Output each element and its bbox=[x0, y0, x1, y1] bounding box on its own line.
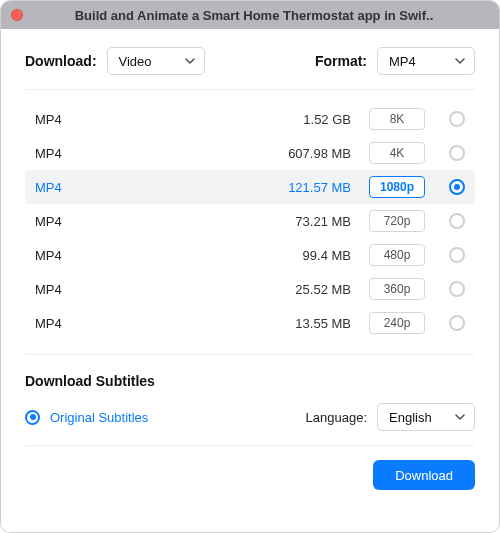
subtitles-radio[interactable] bbox=[25, 410, 40, 425]
quality-pill[interactable]: 1080p bbox=[369, 176, 425, 198]
quality-row[interactable]: MP473.21 MB720p bbox=[25, 204, 475, 238]
row-radio[interactable] bbox=[449, 179, 465, 195]
download-type-label: Download: bbox=[25, 53, 97, 69]
download-type-group: Download: Video bbox=[25, 47, 205, 75]
download-dialog: Build and Animate a Smart Home Thermosta… bbox=[0, 0, 500, 533]
row-radio[interactable] bbox=[449, 111, 465, 127]
subtitles-option-label: Original Subtitles bbox=[50, 410, 148, 425]
quality-pill[interactable]: 8K bbox=[369, 108, 425, 130]
row-quality-cell: 360p bbox=[361, 278, 433, 300]
quality-pill[interactable]: 480p bbox=[369, 244, 425, 266]
subtitles-row: Original Subtitles Language: English bbox=[25, 403, 475, 446]
format-group: Format: MP4 bbox=[315, 47, 475, 75]
row-radio-cell bbox=[443, 179, 471, 195]
row-format: MP4 bbox=[35, 282, 251, 297]
window-title: Build and Animate a Smart Home Thermosta… bbox=[31, 8, 489, 23]
row-radio[interactable] bbox=[449, 213, 465, 229]
row-format: MP4 bbox=[35, 248, 251, 263]
row-radio[interactable] bbox=[449, 281, 465, 297]
subtitles-option[interactable]: Original Subtitles bbox=[25, 410, 148, 425]
close-icon[interactable] bbox=[11, 9, 23, 21]
row-size: 121.57 MB bbox=[261, 180, 351, 195]
row-quality-cell: 480p bbox=[361, 244, 433, 266]
quality-list: MP41.52 GB8KMP4607.98 MB4KMP4121.57 MB10… bbox=[25, 102, 475, 340]
subtitles-heading: Download Subtitles bbox=[25, 373, 475, 389]
top-controls: Download: Video Format: MP4 bbox=[25, 47, 475, 90]
row-quality-cell: 4K bbox=[361, 142, 433, 164]
download-button[interactable]: Download bbox=[373, 460, 475, 490]
row-quality-cell: 240p bbox=[361, 312, 433, 334]
language-select[interactable]: English bbox=[377, 403, 475, 431]
quality-row[interactable]: MP41.52 GB8K bbox=[25, 102, 475, 136]
row-radio[interactable] bbox=[449, 247, 465, 263]
language-label: Language: bbox=[306, 410, 367, 425]
row-format: MP4 bbox=[35, 316, 251, 331]
row-size: 99.4 MB bbox=[261, 248, 351, 263]
row-format: MP4 bbox=[35, 180, 251, 195]
download-type-value: Video bbox=[119, 54, 152, 69]
chevron-down-icon bbox=[185, 58, 195, 64]
row-size: 73.21 MB bbox=[261, 214, 351, 229]
quality-row[interactable]: MP4121.57 MB1080p bbox=[25, 170, 475, 204]
quality-row[interactable]: MP413.55 MB240p bbox=[25, 306, 475, 340]
format-select[interactable]: MP4 bbox=[377, 47, 475, 75]
chevron-down-icon bbox=[455, 414, 465, 420]
quality-row[interactable]: MP499.4 MB480p bbox=[25, 238, 475, 272]
row-quality-cell: 8K bbox=[361, 108, 433, 130]
row-radio-cell bbox=[443, 111, 471, 127]
row-size: 25.52 MB bbox=[261, 282, 351, 297]
quality-row[interactable]: MP4607.98 MB4K bbox=[25, 136, 475, 170]
language-value: English bbox=[389, 410, 432, 425]
quality-pill[interactable]: 360p bbox=[369, 278, 425, 300]
row-format: MP4 bbox=[35, 214, 251, 229]
row-size: 1.52 GB bbox=[261, 112, 351, 127]
row-size: 13.55 MB bbox=[261, 316, 351, 331]
subtitles-language-group: Language: English bbox=[306, 403, 475, 431]
quality-pill[interactable]: 4K bbox=[369, 142, 425, 164]
dialog-content: Download: Video Format: MP4 MP41.52 bbox=[1, 29, 499, 532]
quality-pill[interactable]: 720p bbox=[369, 210, 425, 232]
row-format: MP4 bbox=[35, 146, 251, 161]
quality-pill[interactable]: 240p bbox=[369, 312, 425, 334]
chevron-down-icon bbox=[455, 58, 465, 64]
row-quality-cell: 1080p bbox=[361, 176, 433, 198]
download-type-select[interactable]: Video bbox=[107, 47, 205, 75]
row-size: 607.98 MB bbox=[261, 146, 351, 161]
row-radio-cell bbox=[443, 145, 471, 161]
format-label: Format: bbox=[315, 53, 367, 69]
row-radio[interactable] bbox=[449, 145, 465, 161]
row-quality-cell: 720p bbox=[361, 210, 433, 232]
row-radio-cell bbox=[443, 213, 471, 229]
subtitles-section: Download Subtitles Original Subtitles La… bbox=[25, 354, 475, 446]
row-format: MP4 bbox=[35, 112, 251, 127]
dialog-footer: Download bbox=[25, 460, 475, 490]
row-radio-cell bbox=[443, 247, 471, 263]
row-radio-cell bbox=[443, 281, 471, 297]
row-radio-cell bbox=[443, 315, 471, 331]
format-value: MP4 bbox=[389, 54, 416, 69]
quality-row[interactable]: MP425.52 MB360p bbox=[25, 272, 475, 306]
row-radio[interactable] bbox=[449, 315, 465, 331]
titlebar: Build and Animate a Smart Home Thermosta… bbox=[1, 1, 499, 29]
